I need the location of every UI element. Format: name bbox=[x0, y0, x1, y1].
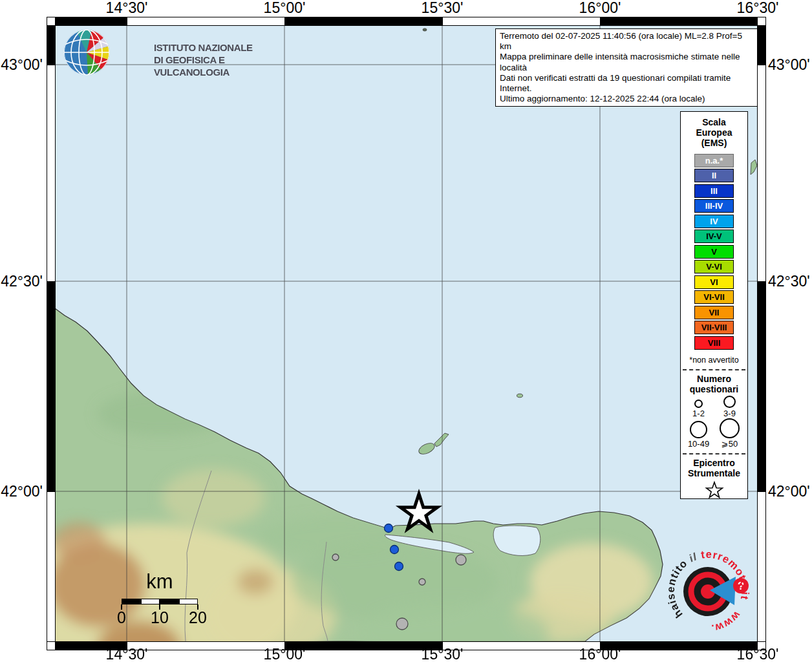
ems-swatch-n.a.*: n.a.* bbox=[694, 154, 734, 167]
size-key-10-49: 10-49 bbox=[683, 418, 714, 449]
scalebar-num-0: 0 bbox=[105, 608, 138, 627]
legend-title-1: Scala bbox=[681, 117, 747, 127]
questionnaire-size-key: 1-23-910-49⩾50 bbox=[683, 396, 745, 449]
info-line-4: Ultimo aggiornamento: 12-12-2025 22:44 (… bbox=[500, 94, 753, 104]
size-key-circle bbox=[690, 421, 707, 438]
lon-label-bottom-2: 15°30' bbox=[413, 646, 471, 662]
lat-label-left-2: 42°00' bbox=[0, 484, 43, 499]
size-key-label: 1-2 bbox=[692, 409, 705, 418]
questionnaire-dot-gray bbox=[396, 618, 408, 630]
ems-swatch-VI-VII: VI-VII bbox=[694, 290, 734, 304]
info-line-3: Dati non verificati estratti da 19 quest… bbox=[500, 73, 753, 94]
ingv-wordmark: ISTITUTO NAZIONALE DI GEOFISICA E VULCAN… bbox=[154, 41, 269, 78]
ems-swatch-V-VI: V-VI bbox=[694, 260, 734, 273]
lat-label-left-0: 43°00' bbox=[0, 57, 43, 72]
ems-swatch-II: II bbox=[694, 169, 734, 182]
lon-label-top-3: 16°00' bbox=[571, 0, 629, 16]
ems-swatch-III-IV: III-IV bbox=[694, 199, 734, 213]
epicenter-key-star-icon bbox=[701, 480, 727, 500]
earthquake-info-box: Terremoto del 02-07-2025 11:40:56 (ora l… bbox=[495, 28, 758, 107]
ems-swatch-IV: IV bbox=[694, 215, 734, 228]
size-key-label: ⩾50 bbox=[721, 439, 738, 449]
legend-title-2: Europea bbox=[681, 127, 747, 138]
lon-label-bottom-1: 15°00' bbox=[255, 646, 314, 662]
epicenter-key-title-1: Epicentro bbox=[681, 458, 747, 468]
island-pianosa bbox=[517, 394, 523, 398]
haisentito-logo: ? haisentito il terremoto.it www. bbox=[659, 543, 756, 640]
size-key-label: 10-49 bbox=[688, 439, 709, 449]
map-terrain bbox=[0, 25, 757, 662]
size-key-circle bbox=[720, 418, 740, 438]
legend-panel: Scala Europea (EMS) n.a.*IIIIIIII-IVIVIV… bbox=[680, 111, 748, 499]
ems-swatch-VII: VII bbox=[694, 306, 734, 319]
islet-speck bbox=[423, 28, 427, 31]
ems-swatch-VIII: VIII bbox=[694, 336, 734, 350]
questionnaire-dot-gray bbox=[456, 555, 466, 565]
ems-swatch-V: V bbox=[694, 245, 734, 259]
lat-label-right-1: 42°30' bbox=[768, 273, 812, 289]
ems-swatches: n.a.*IIIIIIII-IVIVIV-VVV-VIVIVI-VIIVIIVI… bbox=[681, 154, 747, 350]
lat-label-right-2: 42°00' bbox=[768, 484, 812, 499]
scalebar-num-10: 10 bbox=[144, 608, 176, 627]
size-key-3-9: 3-9 bbox=[714, 396, 745, 418]
questionnaire-dot-gray bbox=[419, 579, 425, 585]
scalebar-unit: km bbox=[122, 570, 198, 593]
lon-label-bottom-3: 16°00' bbox=[571, 646, 629, 662]
lon-label-bottom-0: 14°30' bbox=[98, 646, 156, 662]
legend-title-3: (EMS) bbox=[681, 138, 747, 148]
size-key-circle bbox=[723, 396, 736, 408]
lon-label-top-2: 15°30' bbox=[413, 0, 471, 16]
ems-swatch-VII-VIII: VII-VIII bbox=[694, 321, 734, 334]
size-key-circle bbox=[694, 400, 703, 408]
logo-text-il: il bbox=[687, 550, 699, 564]
legend-divider-1 bbox=[683, 369, 745, 370]
ems-swatch-IV-V: IV-V bbox=[694, 230, 734, 243]
legend-footnote: *non avvertito bbox=[681, 356, 747, 365]
questionnaire-dot-blue bbox=[390, 546, 399, 554]
size-key-label: 3-9 bbox=[723, 409, 736, 418]
scale-bar bbox=[122, 599, 198, 604]
ingv-line-1: ISTITUTO NAZIONALE bbox=[154, 41, 269, 54]
lagoon-varano bbox=[493, 526, 540, 555]
lon-label-top-1: 15°00' bbox=[255, 0, 314, 16]
ems-swatch-VI: VI bbox=[694, 275, 734, 289]
questionnaire-title-1: Numero bbox=[681, 374, 747, 384]
lon-label-top-0: 14°30' bbox=[98, 0, 156, 16]
ingv-line-2: DI GEOFISICA E VULCANOLOGIA bbox=[154, 54, 269, 78]
questionnaire-dot-gray bbox=[332, 554, 339, 561]
lon-label-top-4: 16°30' bbox=[729, 0, 787, 16]
scalebar-num-20: 20 bbox=[182, 608, 214, 627]
info-line-2: Mappa preliminare delle intensità macros… bbox=[500, 52, 753, 72]
ingv-globe-icon bbox=[62, 28, 112, 78]
epicenter-key-title-2: Strumentale bbox=[681, 468, 747, 478]
lat-label-right-0: 43°00' bbox=[768, 57, 812, 72]
size-key-1-2: 1-2 bbox=[683, 396, 714, 418]
ingv-intensity-map-page: 14°30' 15°00' 15°30' 16°00' 16°30' 14°30… bbox=[0, 0, 812, 662]
questionnaire-title-2: questionari bbox=[681, 384, 747, 394]
questionnaire-dot-blue bbox=[385, 524, 393, 533]
ingv-logo: ISTITUTO NAZIONALE DI GEOFISICA E VULCAN… bbox=[62, 28, 269, 78]
lat-label-left-1: 42°30' bbox=[0, 273, 43, 289]
legend-divider-2 bbox=[683, 453, 745, 454]
info-line-1: Terremoto del 02-07-2025 11:40:56 (ora l… bbox=[500, 31, 753, 52]
size-key-⩾50: ⩾50 bbox=[714, 418, 745, 449]
questionnaire-dot-blue bbox=[395, 562, 403, 571]
lon-label-bottom-4: 16°30' bbox=[729, 646, 787, 662]
ems-swatch-III: III bbox=[694, 184, 734, 198]
